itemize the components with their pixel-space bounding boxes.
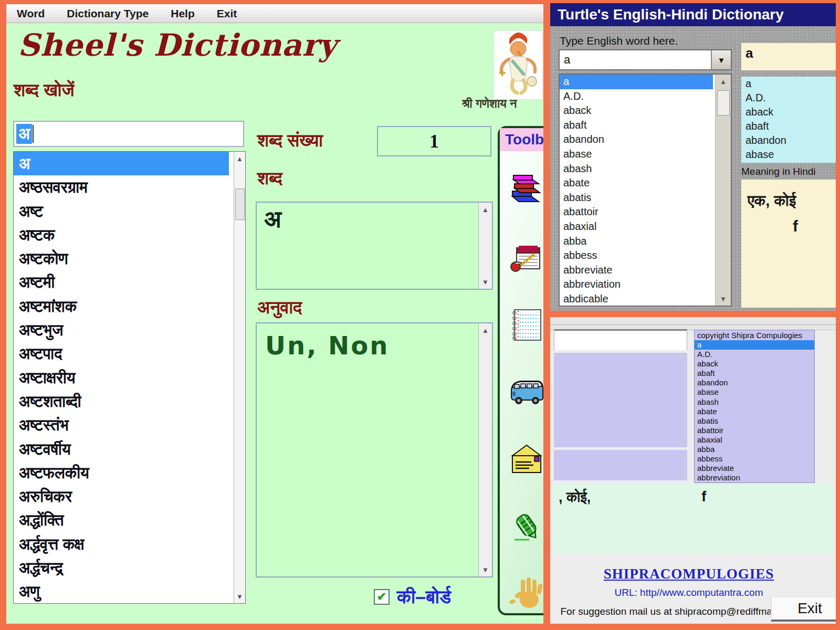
list-item[interactable]: abate: [695, 407, 814, 416]
list-item[interactable]: abbess: [560, 248, 713, 263]
list-item[interactable]: abba: [560, 234, 713, 249]
matching-words-list: aA.D.abackabaftabandonabase: [741, 77, 836, 163]
list-item[interactable]: abash: [560, 162, 713, 176]
list-item[interactable]: abaft: [741, 119, 836, 133]
list-item[interactable]: a: [560, 75, 713, 89]
list-item[interactable]: abattoir: [695, 426, 814, 435]
list-item[interactable]: अष्टक: [14, 223, 229, 247]
list-item[interactable]: abandon: [560, 132, 713, 147]
sheels-dictionary-window: Word Dictionary Type Help Exit Sheel's D…: [6, 4, 543, 624]
list-item[interactable]: A.D.: [695, 350, 814, 359]
list-item[interactable]: abaft: [695, 369, 814, 378]
list-item[interactable]: abdicable: [560, 292, 713, 307]
list-item[interactable]: aback: [560, 103, 713, 118]
hindi-meaning-strip: , कोई, f: [553, 484, 833, 553]
list-item[interactable]: abaft: [560, 118, 713, 133]
scrollbar[interactable]: ▲ ▼: [234, 152, 245, 603]
list-item[interactable]: abba: [695, 445, 814, 454]
list-item[interactable]: अष्टपाद: [14, 342, 229, 365]
books-icon[interactable]: [508, 170, 543, 207]
list-item[interactable]: abash: [695, 397, 814, 407]
shipra-word-input[interactable]: [554, 329, 687, 350]
word-display-box[interactable]: अ ▲ ▼: [256, 202, 493, 290]
list-item[interactable]: अष्ट: [14, 200, 229, 223]
envelope-icon[interactable]: [508, 441, 543, 478]
scroll-up-icon[interactable]: ▲: [234, 152, 245, 165]
list-item[interactable]: अष्टवर्षीय: [14, 437, 229, 461]
scroll-down-icon[interactable]: ▼: [479, 275, 492, 289]
list-item[interactable]: अष्टभुज: [14, 318, 229, 342]
list-item[interactable]: अष्टमी: [14, 270, 229, 294]
list-item[interactable]: abase: [560, 147, 713, 162]
search-input[interactable]: अ: [13, 121, 244, 147]
list-item[interactable]: aback: [741, 105, 836, 119]
scroll-up-icon[interactable]: ▲: [716, 75, 731, 88]
menu-word[interactable]: Word: [17, 7, 45, 20]
scrollbar[interactable]: ▲ ▼: [715, 75, 731, 306]
list-item[interactable]: अष्ठसवरग्राम: [14, 175, 229, 199]
keyboard-checkbox[interactable]: ✔: [374, 589, 390, 605]
list-item[interactable]: abandon: [741, 133, 836, 148]
scroll-down-icon[interactable]: ▼: [234, 590, 245, 603]
list-item[interactable]: abandon: [695, 378, 814, 387]
list-item[interactable]: अष्टाक्षरीय: [14, 366, 229, 390]
list-item[interactable]: abattoir: [560, 205, 713, 219]
hand-icon[interactable]: [508, 574, 543, 611]
notebook-paper-icon[interactable]: [508, 307, 543, 343]
translation-box[interactable]: Un, Non ▲ ▼: [256, 322, 493, 578]
hindi-meaning-left: , कोई,: [559, 489, 591, 506]
list-item[interactable]: अष्टस्तंभ: [14, 413, 229, 437]
selected-word-box: a: [741, 43, 836, 70]
list-item[interactable]: abbreviate: [695, 464, 814, 473]
list-item[interactable]: अष्टकोण: [14, 247, 229, 270]
scroll-up-icon[interactable]: ▲: [479, 203, 492, 216]
english-word-combobox[interactable]: a ▼: [559, 49, 732, 70]
list-item[interactable]: abbreviation: [560, 277, 713, 292]
menu-exit[interactable]: Exit: [217, 7, 237, 20]
list-item[interactable]: अष्टशताब्दी: [14, 390, 229, 413]
list-item[interactable]: abaxial: [560, 219, 713, 234]
list-item[interactable]: a: [695, 340, 814, 350]
list-item[interactable]: अष्टफलकीय: [14, 461, 229, 485]
list-item[interactable]: abatis: [560, 191, 713, 205]
list-item[interactable]: अ: [14, 152, 229, 175]
list-item[interactable]: A.D.: [741, 91, 836, 105]
list-item[interactable]: aback: [695, 359, 814, 369]
list-item[interactable]: abase: [741, 148, 836, 162]
marker-icon[interactable]: [508, 507, 543, 544]
list-item[interactable]: abaxial: [695, 435, 814, 445]
notepad-icon[interactable]: [508, 239, 543, 276]
scroll-down-icon[interactable]: ▼: [716, 292, 731, 306]
dropdown-arrow-icon[interactable]: ▼: [711, 50, 731, 69]
toolbar-title: Toolba: [500, 128, 543, 151]
list-item[interactable]: abbess: [695, 454, 814, 464]
scroll-up-icon[interactable]: ▲: [479, 323, 492, 337]
exit-button[interactable]: Exit: [771, 596, 836, 622]
menu-dictionary-type[interactable]: Dictionary Type: [67, 7, 149, 20]
list-item[interactable]: abatis: [695, 416, 814, 426]
scrollbar[interactable]: ▲ ▼: [478, 323, 492, 576]
list-item[interactable]: अर्द्धचन्द्र: [14, 556, 229, 580]
list-item[interactable]: abate: [560, 176, 713, 191]
bus-icon[interactable]: [508, 374, 543, 411]
list-item[interactable]: अद्धोंक्ति: [14, 508, 229, 532]
list-item[interactable]: अर्द्धवृत्त कक्ष: [14, 532, 229, 556]
scrollbar[interactable]: ▲ ▼: [478, 203, 492, 289]
shipra-brand-link[interactable]: SHIPRACOMPULOGIES: [550, 566, 827, 582]
list-item[interactable]: abbreviate: [560, 263, 713, 278]
list-item[interactable]: अष्टमांशक: [14, 295, 229, 318]
list-item[interactable]: A.D.: [560, 89, 713, 104]
list-item[interactable]: abbreviation: [695, 473, 814, 482]
hindi-meaning-mid: f: [701, 488, 706, 505]
list-item[interactable]: अणु: [14, 580, 229, 603]
scrollbar-thumb[interactable]: [717, 90, 730, 116]
list-item[interactable]: अरुचिकर: [14, 485, 229, 508]
scrollbar-thumb[interactable]: [235, 188, 245, 220]
list-item[interactable]: a: [741, 77, 836, 91]
english-word-list: ▲ ▼ aA.D.abackabaftabandonabaseabashabat…: [559, 74, 732, 307]
menu-help[interactable]: Help: [171, 7, 195, 20]
hindi-meaning-line2: f: [793, 217, 798, 235]
turtle-title-bar[interactable]: Turtle's English-Hindi Dictionary: [550, 3, 836, 26]
list-item[interactable]: abase: [695, 387, 814, 397]
scroll-down-icon[interactable]: ▼: [479, 563, 492, 576]
